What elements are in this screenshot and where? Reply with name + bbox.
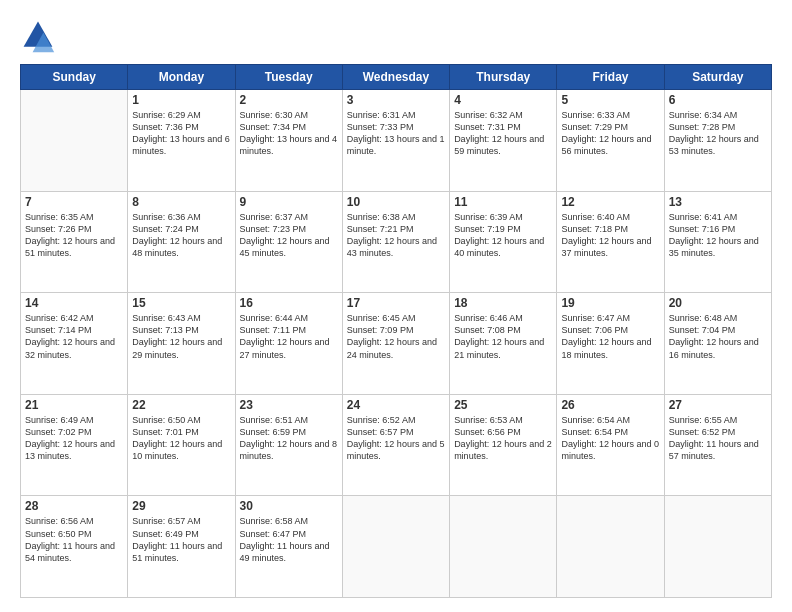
calendar-cell: 10 Sunrise: 6:38 AM Sunset: 7:21 PM Dayl… xyxy=(342,191,449,293)
daylight: Daylight: 12 hours and 2 minutes. xyxy=(454,439,552,461)
daylight: Daylight: 11 hours and 49 minutes. xyxy=(240,541,330,563)
week-row-4: 28 Sunrise: 6:56 AM Sunset: 6:50 PM Dayl… xyxy=(21,496,772,598)
weekday-header-thursday: Thursday xyxy=(450,65,557,90)
week-row-1: 7 Sunrise: 6:35 AM Sunset: 7:26 PM Dayli… xyxy=(21,191,772,293)
daylight: Daylight: 12 hours and 48 minutes. xyxy=(132,236,222,258)
sunset: Sunset: 7:21 PM xyxy=(347,224,414,234)
daylight: Daylight: 12 hours and 32 minutes. xyxy=(25,337,115,359)
day-info: Sunrise: 6:46 AM Sunset: 7:08 PM Dayligh… xyxy=(454,312,552,361)
day-info: Sunrise: 6:30 AM Sunset: 7:34 PM Dayligh… xyxy=(240,109,338,158)
calendar: SundayMondayTuesdayWednesdayThursdayFrid… xyxy=(20,64,772,598)
day-number: 1 xyxy=(132,93,230,107)
day-number: 5 xyxy=(561,93,659,107)
sunrise: Sunrise: 6:56 AM xyxy=(25,516,94,526)
day-info: Sunrise: 6:37 AM Sunset: 7:23 PM Dayligh… xyxy=(240,211,338,260)
sunrise: Sunrise: 6:41 AM xyxy=(669,212,738,222)
day-number: 16 xyxy=(240,296,338,310)
calendar-cell xyxy=(557,496,664,598)
day-info: Sunrise: 6:56 AM Sunset: 6:50 PM Dayligh… xyxy=(25,515,123,564)
sunrise: Sunrise: 6:52 AM xyxy=(347,415,416,425)
sunrise: Sunrise: 6:57 AM xyxy=(132,516,201,526)
calendar-cell: 11 Sunrise: 6:39 AM Sunset: 7:19 PM Dayl… xyxy=(450,191,557,293)
day-info: Sunrise: 6:36 AM Sunset: 7:24 PM Dayligh… xyxy=(132,211,230,260)
calendar-cell: 13 Sunrise: 6:41 AM Sunset: 7:16 PM Dayl… xyxy=(664,191,771,293)
daylight: Daylight: 12 hours and 8 minutes. xyxy=(240,439,338,461)
calendar-cell: 9 Sunrise: 6:37 AM Sunset: 7:23 PM Dayli… xyxy=(235,191,342,293)
daylight: Daylight: 12 hours and 56 minutes. xyxy=(561,134,651,156)
daylight: Daylight: 12 hours and 27 minutes. xyxy=(240,337,330,359)
daylight: Daylight: 11 hours and 57 minutes. xyxy=(669,439,759,461)
calendar-cell: 5 Sunrise: 6:33 AM Sunset: 7:29 PM Dayli… xyxy=(557,90,664,192)
week-row-3: 21 Sunrise: 6:49 AM Sunset: 7:02 PM Dayl… xyxy=(21,394,772,496)
sunset: Sunset: 7:31 PM xyxy=(454,122,521,132)
sunset: Sunset: 7:01 PM xyxy=(132,427,199,437)
day-number: 11 xyxy=(454,195,552,209)
day-info: Sunrise: 6:51 AM Sunset: 6:59 PM Dayligh… xyxy=(240,414,338,463)
sunrise: Sunrise: 6:34 AM xyxy=(669,110,738,120)
calendar-cell: 3 Sunrise: 6:31 AM Sunset: 7:33 PM Dayli… xyxy=(342,90,449,192)
day-number: 15 xyxy=(132,296,230,310)
sunset: Sunset: 6:56 PM xyxy=(454,427,521,437)
daylight: Daylight: 12 hours and 43 minutes. xyxy=(347,236,437,258)
sunset: Sunset: 6:52 PM xyxy=(669,427,736,437)
day-info: Sunrise: 6:57 AM Sunset: 6:49 PM Dayligh… xyxy=(132,515,230,564)
calendar-cell: 18 Sunrise: 6:46 AM Sunset: 7:08 PM Dayl… xyxy=(450,293,557,395)
calendar-cell: 4 Sunrise: 6:32 AM Sunset: 7:31 PM Dayli… xyxy=(450,90,557,192)
calendar-cell: 14 Sunrise: 6:42 AM Sunset: 7:14 PM Dayl… xyxy=(21,293,128,395)
day-number: 7 xyxy=(25,195,123,209)
weekday-header-monday: Monday xyxy=(128,65,235,90)
sunrise: Sunrise: 6:58 AM xyxy=(240,516,309,526)
sunset: Sunset: 6:59 PM xyxy=(240,427,307,437)
calendar-cell: 8 Sunrise: 6:36 AM Sunset: 7:24 PM Dayli… xyxy=(128,191,235,293)
calendar-cell: 24 Sunrise: 6:52 AM Sunset: 6:57 PM Dayl… xyxy=(342,394,449,496)
calendar-cell: 17 Sunrise: 6:45 AM Sunset: 7:09 PM Dayl… xyxy=(342,293,449,395)
calendar-cell: 6 Sunrise: 6:34 AM Sunset: 7:28 PM Dayli… xyxy=(664,90,771,192)
day-number: 10 xyxy=(347,195,445,209)
sunrise: Sunrise: 6:36 AM xyxy=(132,212,201,222)
sunrise: Sunrise: 6:30 AM xyxy=(240,110,309,120)
calendar-cell xyxy=(21,90,128,192)
daylight: Daylight: 13 hours and 1 minute. xyxy=(347,134,445,156)
sunset: Sunset: 7:28 PM xyxy=(669,122,736,132)
day-info: Sunrise: 6:33 AM Sunset: 7:29 PM Dayligh… xyxy=(561,109,659,158)
sunrise: Sunrise: 6:53 AM xyxy=(454,415,523,425)
day-info: Sunrise: 6:34 AM Sunset: 7:28 PM Dayligh… xyxy=(669,109,767,158)
day-info: Sunrise: 6:29 AM Sunset: 7:36 PM Dayligh… xyxy=(132,109,230,158)
weekday-header-friday: Friday xyxy=(557,65,664,90)
calendar-cell: 20 Sunrise: 6:48 AM Sunset: 7:04 PM Dayl… xyxy=(664,293,771,395)
day-info: Sunrise: 6:52 AM Sunset: 6:57 PM Dayligh… xyxy=(347,414,445,463)
day-info: Sunrise: 6:38 AM Sunset: 7:21 PM Dayligh… xyxy=(347,211,445,260)
calendar-cell: 15 Sunrise: 6:43 AM Sunset: 7:13 PM Dayl… xyxy=(128,293,235,395)
daylight: Daylight: 12 hours and 10 minutes. xyxy=(132,439,222,461)
sunrise: Sunrise: 6:39 AM xyxy=(454,212,523,222)
sunrise: Sunrise: 6:33 AM xyxy=(561,110,630,120)
day-number: 19 xyxy=(561,296,659,310)
day-number: 18 xyxy=(454,296,552,310)
calendar-cell xyxy=(450,496,557,598)
daylight: Daylight: 12 hours and 21 minutes. xyxy=(454,337,544,359)
sunrise: Sunrise: 6:31 AM xyxy=(347,110,416,120)
sunset: Sunset: 7:26 PM xyxy=(25,224,92,234)
day-info: Sunrise: 6:43 AM Sunset: 7:13 PM Dayligh… xyxy=(132,312,230,361)
day-number: 14 xyxy=(25,296,123,310)
calendar-cell: 16 Sunrise: 6:44 AM Sunset: 7:11 PM Dayl… xyxy=(235,293,342,395)
sunrise: Sunrise: 6:35 AM xyxy=(25,212,94,222)
calendar-cell: 2 Sunrise: 6:30 AM Sunset: 7:34 PM Dayli… xyxy=(235,90,342,192)
week-row-2: 14 Sunrise: 6:42 AM Sunset: 7:14 PM Dayl… xyxy=(21,293,772,395)
calendar-cell: 21 Sunrise: 6:49 AM Sunset: 7:02 PM Dayl… xyxy=(21,394,128,496)
sunset: Sunset: 6:50 PM xyxy=(25,529,92,539)
calendar-cell: 1 Sunrise: 6:29 AM Sunset: 7:36 PM Dayli… xyxy=(128,90,235,192)
sunset: Sunset: 7:24 PM xyxy=(132,224,199,234)
day-number: 26 xyxy=(561,398,659,412)
daylight: Daylight: 12 hours and 0 minutes. xyxy=(561,439,659,461)
day-info: Sunrise: 6:45 AM Sunset: 7:09 PM Dayligh… xyxy=(347,312,445,361)
day-number: 3 xyxy=(347,93,445,107)
calendar-cell xyxy=(664,496,771,598)
day-number: 25 xyxy=(454,398,552,412)
day-number: 20 xyxy=(669,296,767,310)
calendar-cell: 12 Sunrise: 6:40 AM Sunset: 7:18 PM Dayl… xyxy=(557,191,664,293)
sunset: Sunset: 6:54 PM xyxy=(561,427,628,437)
sunset: Sunset: 7:09 PM xyxy=(347,325,414,335)
day-number: 6 xyxy=(669,93,767,107)
sunrise: Sunrise: 6:42 AM xyxy=(25,313,94,323)
